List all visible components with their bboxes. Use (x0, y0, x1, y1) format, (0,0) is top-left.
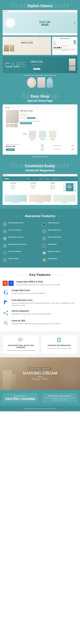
settings-toggle-autoplay[interactable] (74, 40, 76, 42)
grid-product-2[interactable]: Face Cream $24.00 (38, 130, 47, 141)
nav-blog[interactable]: BLOG (45, 178, 50, 180)
slider3-btn[interactable]: SHOP NOW (33, 68, 40, 70)
thumb-3[interactable] (14, 124, 17, 127)
key-feature-title-seo: Great for SEO (12, 320, 60, 322)
feature-admin-panel: ⚙️ Powerful Admin Panel (2, 222, 38, 226)
megamenu-col-brands: BRANDS Brand One Brand Two Brand Three B… (43, 182, 62, 192)
cart-total: $215.00 USD (6, 146, 39, 147)
key-features-line-left (17, 275, 27, 275)
html5css3-badges: 5 3 (2, 281, 14, 286)
section-performance: Top Quality SEO + FASTER LOADING Friendl… (0, 390, 80, 406)
grid-product-1[interactable]: Body Wash $18.00 (28, 130, 37, 141)
nav-home[interactable]: HOME (25, 178, 30, 180)
feature-icon-ajax-cart: 🛒 (42, 229, 47, 234)
dot-2[interactable] (40, 34, 40, 35)
qty-decrease[interactable]: - (20, 117, 22, 119)
grid-product-3[interactable]: Shampoo $16.00 (48, 130, 57, 141)
col-feat-item-4[interactable]: Special (24, 188, 42, 189)
key-feature-text-html5: Coded with HTML5 & CSS3 Coded with HTML … (16, 281, 61, 286)
megamenu-nav: HOME SHOP ▾ PAGES BLOG CONTACT (25, 178, 59, 180)
col-feat-item-2[interactable]: Best Sellers (24, 186, 42, 187)
slider3-text: THE TOUCH OF CARE & LOVE Moisturizing Fa… (4, 60, 69, 70)
col-feat-item-1[interactable]: New Arrivals (24, 185, 42, 186)
col-brand-item-3[interactable]: Brand Three (43, 187, 62, 188)
shop-title: Special Shop Page (2, 99, 78, 102)
feature-more: 😊 & Much More! (42, 258, 78, 262)
key-feature-desc-fontawesome: Awesome collection of icons from Font Aw… (12, 302, 78, 306)
size-btn-l[interactable]: L (28, 114, 30, 116)
col-cat-item-3[interactable]: Hair Care (4, 187, 23, 188)
color-swatch-teal[interactable] (53, 47, 55, 48)
add-to-cart-btn[interactable]: ADD TO CART (27, 117, 35, 119)
svg-line-6 (4, 313, 7, 315)
continue-shopping-btn[interactable]: CONTINUE SHOPPING (20, 122, 32, 124)
feature-title-currency: Currency Switcher (8, 250, 21, 252)
nav-pages[interactable]: PAGES (38, 178, 44, 180)
slider1-btn[interactable]: SHOP NOW (41, 24, 48, 26)
qty-increase[interactable]: + (24, 117, 26, 119)
feature-text-tracking: Order Tracking (8, 258, 19, 260)
thumb-2[interactable] (10, 124, 13, 127)
preview-banner-img3 (53, 195, 76, 202)
slider3-product-imgs (69, 58, 76, 71)
color-swatch-dark[interactable] (59, 47, 60, 48)
slider1-next-arrow[interactable]: ❯ (74, 21, 76, 24)
color-swatch-yellow[interactable] (61, 47, 62, 48)
feature-text-quickshop: Quick Shop & Cloud Zoom (8, 244, 26, 245)
browser-dot-red (4, 11, 4, 12)
slider3-tag: THE TOUCH OF (6, 60, 68, 61)
col-feat-item-3[interactable]: On Sale (24, 187, 42, 188)
key-features-title: Key Features (29, 273, 51, 277)
color-swatch-red[interactable] (55, 47, 57, 48)
size-selector: Size: S M L (20, 114, 74, 116)
store-preview: Premium products New collection Best sel… (2, 193, 78, 205)
size-btn-m[interactable]: M (25, 114, 27, 116)
col-cat-item-2[interactable]: Body Care (4, 186, 23, 187)
settings-toggle-arrows[interactable] (74, 42, 76, 43)
banner-content: SALE 50% OFF (66, 183, 73, 191)
support-card-docs-desc: Learn how to use TXXKO from our User Gui… (43, 348, 76, 350)
key-feature-desc-social: Integrated with social elements. Share y… (12, 313, 51, 315)
nav-shop[interactable]: SHOP ▾ (31, 178, 38, 180)
perf-label-1: Top Quality SEO + (4, 395, 36, 397)
slider1-text: FEEL FRESHNESS EVERY TIME SHOP NOW (16, 20, 74, 26)
grid-prod-name-3: Shampoo (49, 138, 57, 140)
browser-url-bar (8, 10, 76, 12)
col-brand-item-1[interactable]: Brand One (43, 185, 62, 186)
footer-text: Need any help? Just submit a ticket to o… (2, 408, 78, 410)
col-cat-item-4[interactable]: Face Care (4, 188, 23, 189)
feature-newsletter: ✉️ Newsletter Pop-up (42, 250, 78, 255)
cart-items: After Shave Cream x1 $15.00 Face Cream x… (41, 144, 74, 152)
showcase-bg-circle (59, 365, 80, 390)
html5-badge: 5 (2, 281, 8, 286)
product-thumbnails (6, 124, 19, 127)
settings-dots: Paging (53, 44, 76, 45)
cart-icon-header[interactable]: 🛒 (74, 178, 76, 180)
key-feature-seo: Great for SEO Coded with SEO in mind mak… (2, 320, 78, 326)
settings-toggle-dots[interactable] (74, 44, 76, 45)
slider1-dots (2, 33, 78, 36)
section-key-features: Key Features 5 3 Coded with HTML5 & CSS3… (0, 268, 80, 331)
col-brand-item-4[interactable]: Brand Four (43, 188, 62, 189)
grid-prod-name-2: Face Cream (39, 138, 46, 140)
view-cart-btn[interactable]: VIEW CART (6, 148, 15, 151)
perf-desc-2: Ask your question and we are happy to an… (44, 397, 76, 401)
product-stars: ★★★★★ (20, 112, 74, 114)
slider-demo-1: FEEL FRESHNESS EVERY TIME SHOP NOW ❯ (2, 10, 78, 36)
col-brand-item-2[interactable]: Brand Two (43, 186, 62, 187)
dot-1[interactable] (39, 34, 39, 35)
feature-text-filters: Ajax Product Filters (48, 236, 61, 238)
thumb-1[interactable] (6, 124, 9, 127)
col-cat-item-1[interactable]: Skin Care (4, 185, 23, 186)
cart-item-img-1 (41, 144, 44, 147)
feature-icon-tracking: 📦 (2, 258, 7, 262)
color-swatch-purple[interactable] (57, 47, 58, 48)
nav-contact[interactable]: CONTACT (51, 178, 59, 180)
key-feature-text-google: Google Web Fonts Choose From 800+ fonts … (12, 289, 46, 294)
size-btn-s[interactable]: S (23, 114, 25, 116)
feature-icon-newsletter: ✉️ (42, 250, 47, 255)
dot-3[interactable] (41, 34, 41, 35)
feature-tracking: 📦 Order Tracking (2, 258, 38, 262)
feature-icon-admin: ⚙️ (2, 222, 7, 226)
grid-prod-img-1 (29, 131, 36, 138)
